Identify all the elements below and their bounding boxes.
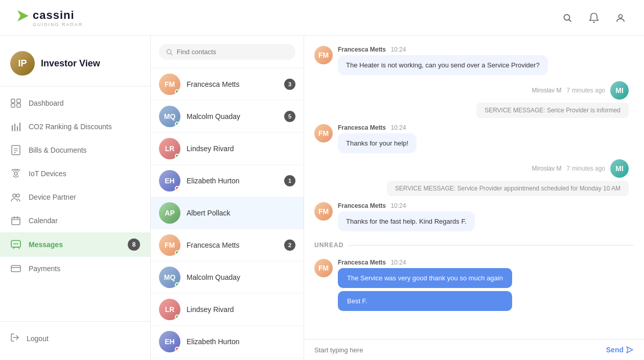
contact-badge: 5 — [284, 111, 295, 122]
device-partner-label: Device Partner — [29, 193, 76, 201]
contact-badge: 1 — [284, 175, 295, 186]
sidebar-avatar: IP — [10, 51, 35, 76]
msg-time: 10:24 — [390, 259, 406, 266]
svg-rect-6 — [17, 99, 20, 103]
contact-name: Malcolm Quaday — [187, 273, 295, 281]
navbar: cassini GUIDING RADAR — [0, 0, 644, 36]
contact-badge: 2 — [284, 239, 295, 251]
sidebar-item-calendar[interactable]: Calendar — [0, 209, 150, 232]
unread-label: UNREAD — [314, 242, 343, 249]
msg-meta: Francesca Metts 10:24 — [338, 46, 548, 53]
sidebar-title: Investor View — [41, 58, 100, 69]
iot-label: IoT Devices — [29, 170, 66, 178]
svg-point-19 — [16, 194, 19, 197]
svg-point-25 — [13, 243, 14, 244]
contact-item[interactable]: EH Elizabeth Hurton — [151, 326, 304, 358]
calendar-icon — [10, 215, 21, 226]
msg-content: Francesca Metts 10:24 Thanks for the fas… — [338, 202, 475, 231]
notification-icon[interactable] — [586, 10, 602, 26]
messages-icon — [10, 239, 21, 250]
sidebar-item-iot[interactable]: IoT Devices — [0, 162, 150, 185]
unread-bubbles: The Service was very good thank you so m… — [338, 268, 512, 311]
contact-item[interactable]: MQ Malcolm Quaday — [151, 261, 304, 294]
sent-meta-row-2: Miroslav M 7 minutes ago MI — [532, 159, 629, 178]
contact-badge: 3 — [284, 79, 295, 90]
contacts-list: FM Francesca Metts 3 MQ Malcolm Quaday 5… — [151, 68, 304, 360]
svg-rect-13 — [12, 146, 20, 155]
msg-avatar: FM — [314, 124, 333, 142]
service-msg-row: Miroslav M 7 minutes ago MI SERVICE MESS… — [314, 81, 629, 118]
sidebar-item-bills[interactable]: Bills & Documents — [0, 138, 150, 162]
msg-meta: Francesca Metts 10:24 — [338, 202, 475, 209]
sent-time-2: 7 minutes ago — [567, 165, 605, 172]
sidebar-item-payments[interactable]: Payments — [0, 257, 150, 280]
contacts-panel: FM Francesca Metts 3 MQ Malcolm Quaday 5… — [151, 36, 304, 360]
logout-item[interactable]: Logout — [0, 327, 150, 350]
sent-avatar: MI — [610, 81, 629, 100]
contact-avatar: MQ — [159, 267, 180, 288]
contact-item[interactable]: AP Albert Pollack — [151, 358, 304, 360]
contact-item[interactable]: FM Francesca Metts 3 — [151, 68, 304, 101]
user-icon[interactable] — [612, 10, 629, 26]
contact-avatar: EH — [159, 331, 180, 352]
dashboard-label: Dashboard — [29, 99, 64, 107]
sent-sender: Miroslav M — [532, 87, 562, 94]
sidebar-item-messages[interactable]: Messages 8 — [0, 232, 150, 257]
payments-label: Payments — [29, 265, 60, 273]
contact-item[interactable]: LR Lindsey Rivard — [151, 294, 304, 326]
svg-rect-5 — [11, 99, 15, 103]
svg-rect-8 — [17, 104, 20, 107]
service-msg-row-2: Miroslav M 7 minutes ago MI SERVICE MESS… — [314, 159, 629, 196]
contact-item[interactable]: LR Lindsey Rivard — [151, 133, 304, 165]
search-input[interactable] — [177, 48, 288, 56]
search-wrapper — [159, 44, 295, 60]
sidebar-bottom: Logout — [0, 321, 150, 350]
bills-label: Bills & Documents — [29, 146, 87, 154]
sent-avatar-2: MI — [610, 159, 629, 178]
service-bubble-2: SERVICE MESSAGE: Service Provider appoin… — [387, 181, 629, 196]
svg-rect-20 — [12, 218, 20, 225]
msg-bubble: Thanks for the fast help. Kind Regards F… — [338, 211, 475, 231]
svg-point-17 — [14, 172, 17, 175]
svg-point-1 — [564, 14, 570, 20]
svg-rect-28 — [11, 266, 20, 272]
messages-label: Messages — [29, 241, 63, 249]
msg-sender: Francesca Metts — [338, 124, 386, 131]
chat-input-area: Send — [304, 339, 644, 360]
msg-content: Francesca Metts 10:24 The Heater is not … — [338, 46, 548, 75]
dashboard-icon — [10, 98, 21, 109]
sent-sender-2: Miroslav M — [532, 165, 562, 172]
co2-label: CO2 Ranking & Discounts — [29, 123, 112, 131]
message-row: FM Francesca Metts 10:24 The Heater is n… — [314, 46, 634, 75]
unread-msg-content: Francesca Metts 10:24 The Service was ve… — [338, 259, 512, 311]
msg-content: Francesca Metts 10:24 Thanks for your he… — [338, 124, 417, 153]
contact-item[interactable]: MQ Malcolm Quaday 5 — [151, 101, 304, 133]
msg-sender: Francesca Metts — [338, 46, 386, 53]
msg-meta: Francesca Metts 10:24 — [338, 124, 417, 131]
contact-avatar: LR — [159, 138, 180, 159]
contact-item-albert[interactable]: AP Albert Pollack — [151, 197, 304, 229]
contact-avatar: EH — [159, 170, 180, 191]
chat-input[interactable] — [314, 346, 601, 354]
sidebar-header: IP Investor View — [0, 46, 150, 86]
contact-name: Elizabeth Hurton — [187, 177, 278, 185]
svg-point-26 — [15, 243, 16, 244]
send-button[interactable]: Send — [606, 346, 634, 354]
contacts-search — [151, 36, 304, 68]
sidebar-item-dashboard[interactable]: Dashboard — [0, 91, 150, 115]
svg-line-32 — [171, 53, 172, 55]
svg-point-27 — [17, 243, 18, 244]
sidebar: IP Investor View Dashboard — [0, 36, 151, 360]
contact-avatar: AP — [159, 202, 180, 224]
contact-item[interactable]: FM Francesca Metts 2 — [151, 229, 304, 261]
sidebar-item-co2[interactable]: CO2 Ranking & Discounts — [0, 115, 150, 138]
search-icon[interactable] — [559, 10, 576, 26]
send-label: Send — [606, 346, 624, 354]
msg-bubble: The Heater is not working, can you send … — [338, 55, 548, 75]
contact-item[interactable]: EH Elizabeth Hurton 1 — [151, 165, 304, 197]
svg-point-3 — [593, 21, 595, 23]
sidebar-item-device-partner[interactable]: Device Partner — [0, 185, 150, 209]
messages-badge: 8 — [128, 238, 140, 251]
msg-avatar: FM — [314, 46, 333, 64]
message-row: FM Francesca Metts 10:24 Thanks for your… — [314, 124, 634, 153]
